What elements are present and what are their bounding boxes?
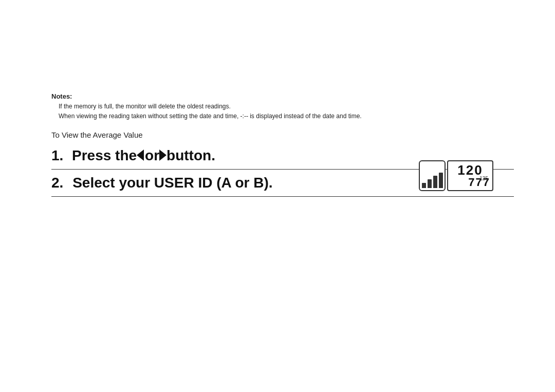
- step-1-connector: or: [145, 147, 159, 164]
- step-2-body: Select your USER ID (A or B).: [72, 175, 272, 191]
- section-heading: To View the Average Value: [51, 130, 514, 139]
- steps-container: 1. Press the or button. 2. Select your U…: [51, 142, 514, 197]
- bar-1: [422, 183, 426, 188]
- notes-label: Notes:: [51, 92, 514, 100]
- bar-4: [439, 173, 443, 188]
- bar-2: [428, 179, 432, 188]
- bar-chart-icon: [422, 172, 443, 188]
- step-2-text: 2. Select your USER ID (A or B).: [51, 175, 273, 191]
- notes-line-2: When viewing the reading taken without s…: [59, 111, 514, 121]
- step-2: 2. Select your USER ID (A or B). 12: [51, 170, 514, 197]
- notes-section: Notes: If the memory is full, the monito…: [51, 92, 514, 121]
- step-1-prefix: Press the: [72, 147, 137, 164]
- device-display: 120 135 777: [419, 160, 493, 191]
- step-1-number: 1.: [51, 147, 67, 164]
- notes-line-1: If the memory is full, the monitor will …: [59, 102, 514, 111]
- right-arrow-icon: [159, 150, 166, 161]
- device-icon: [419, 160, 446, 191]
- step-1-suffix: button.: [166, 147, 215, 164]
- bar-3: [433, 176, 437, 188]
- page-container: Notes: If the memory is full, the monito…: [0, 0, 555, 392]
- left-arrow-icon: [137, 150, 144, 161]
- lcd-display: 120 135 777: [447, 160, 493, 191]
- lcd-bottom-row: 135 777: [450, 177, 490, 188]
- step-2-number: 2.: [51, 175, 63, 191]
- lcd-small-number: 135: [479, 176, 488, 181]
- lcd-top-number: 120: [457, 163, 483, 177]
